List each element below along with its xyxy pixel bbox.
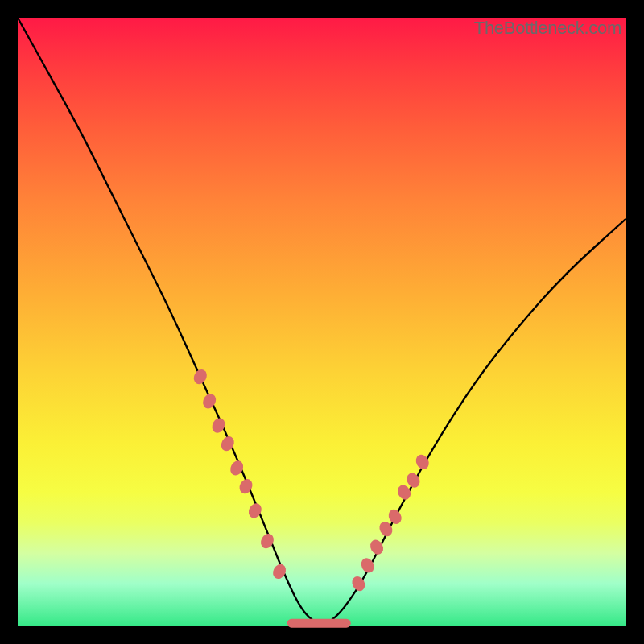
bead-group bbox=[192, 367, 431, 593]
chart-frame: TheBottleneck.com bbox=[0, 0, 644, 644]
bead-marker bbox=[192, 367, 209, 386]
bottleneck-curve-svg bbox=[18, 18, 626, 626]
bottleneck-curve-path bbox=[18, 18, 626, 623]
bead-marker bbox=[200, 391, 218, 411]
chart-plot-area: TheBottleneck.com bbox=[18, 18, 626, 626]
